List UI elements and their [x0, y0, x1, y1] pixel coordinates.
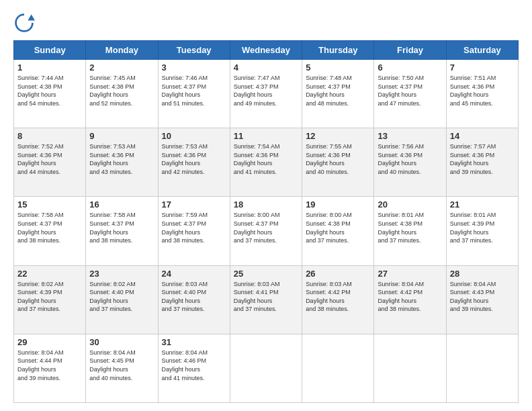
day-number: 28	[450, 269, 515, 279]
day-number: 7	[450, 62, 515, 73]
day-number: 31	[162, 337, 226, 347]
cell-content: Sunrise: 7:58 AMSunset: 4:37 PMDaylight …	[89, 211, 154, 244]
dow-header: Friday	[374, 41, 446, 60]
cell-content: Sunrise: 8:03 AMSunset: 4:41 PMDaylight …	[234, 280, 298, 314]
day-number: 26	[306, 269, 370, 279]
calendar-week-row: 1 Sunrise: 7:44 AMSunset: 4:38 PMDayligh…	[14, 60, 519, 128]
days-of-week-row: SundayMondayTuesdayWednesdayThursdayFrid…	[14, 41, 519, 60]
cell-content: Sunrise: 7:51 AMSunset: 4:36 PMDaylight …	[450, 74, 515, 107]
calendar-cell: 29 Sunrise: 8:04 AMSunset: 4:44 PMDaylig…	[14, 334, 86, 402]
calendar-cell: 17 Sunrise: 7:59 AMSunset: 4:37 PMDaylig…	[158, 197, 230, 265]
calendar-cell: 28 Sunrise: 8:04 AMSunset: 4:43 PMDaylig…	[446, 265, 518, 334]
calendar-cell	[446, 334, 518, 402]
day-number: 3	[162, 62, 226, 73]
calendar-cell: 2 Sunrise: 7:45 AMSunset: 4:38 PMDayligh…	[86, 60, 158, 128]
day-number: 20	[378, 199, 442, 210]
day-number: 21	[450, 199, 515, 210]
calendar-cell: 7 Sunrise: 7:51 AMSunset: 4:36 PMDayligh…	[446, 60, 518, 128]
calendar-cell: 1 Sunrise: 7:44 AMSunset: 4:38 PMDayligh…	[14, 60, 86, 128]
cell-content: Sunrise: 7:48 AMSunset: 4:37 PMDaylight …	[306, 74, 370, 107]
cell-content: Sunrise: 8:04 AMSunset: 4:42 PMDaylight …	[378, 280, 442, 314]
cell-content: Sunrise: 7:58 AMSunset: 4:37 PMDaylight …	[17, 211, 82, 244]
calendar-cell: 19 Sunrise: 8:00 AMSunset: 4:38 PMDaylig…	[302, 197, 374, 265]
dow-header: Monday	[86, 41, 158, 60]
day-number: 14	[450, 131, 515, 141]
cell-content: Sunrise: 8:04 AMSunset: 4:44 PMDaylight …	[17, 349, 82, 382]
day-number: 6	[378, 62, 442, 73]
page: SundayMondayTuesdayWednesdayThursdayFrid…	[0, 0, 532, 411]
cell-content: Sunrise: 7:44 AMSunset: 4:38 PMDaylight …	[17, 74, 82, 107]
day-number: 19	[306, 199, 370, 210]
cell-content: Sunrise: 8:00 AMSunset: 4:38 PMDaylight …	[306, 211, 370, 244]
calendar-week-row: 15 Sunrise: 7:58 AMSunset: 4:37 PMDaylig…	[14, 197, 519, 265]
cell-content: Sunrise: 7:46 AMSunset: 4:37 PMDaylight …	[162, 74, 226, 107]
cell-content: Sunrise: 7:57 AMSunset: 4:36 PMDaylight …	[450, 142, 515, 176]
day-number: 12	[306, 131, 370, 141]
cell-content: Sunrise: 8:01 AMSunset: 4:38 PMDaylight …	[378, 211, 442, 244]
calendar-cell: 9 Sunrise: 7:53 AMSunset: 4:36 PMDayligh…	[86, 128, 158, 197]
day-number: 8	[17, 131, 82, 141]
svg-marker-0	[28, 15, 35, 21]
day-number: 29	[17, 337, 82, 347]
calendar-cell: 6 Sunrise: 7:50 AMSunset: 4:37 PMDayligh…	[374, 60, 446, 128]
day-number: 17	[162, 199, 226, 210]
calendar-cell: 24 Sunrise: 8:03 AMSunset: 4:40 PMDaylig…	[158, 265, 230, 334]
day-number: 9	[89, 131, 154, 141]
calendar-cell	[230, 334, 302, 402]
calendar-cell: 4 Sunrise: 7:47 AMSunset: 4:37 PMDayligh…	[230, 60, 302, 128]
calendar-cell: 27 Sunrise: 8:04 AMSunset: 4:42 PMDaylig…	[374, 265, 446, 334]
calendar-week-row: 22 Sunrise: 8:02 AMSunset: 4:39 PMDaylig…	[14, 265, 519, 334]
dow-header: Sunday	[14, 41, 86, 60]
day-number: 1	[17, 62, 82, 73]
calendar-body: 1 Sunrise: 7:44 AMSunset: 4:38 PMDayligh…	[14, 60, 519, 403]
cell-content: Sunrise: 7:53 AMSunset: 4:36 PMDaylight …	[162, 142, 226, 176]
calendar-cell	[374, 334, 446, 402]
calendar-table: SundayMondayTuesdayWednesdayThursdayFrid…	[13, 40, 519, 403]
dow-header: Saturday	[446, 41, 518, 60]
day-number: 4	[234, 62, 298, 73]
cell-content: Sunrise: 7:47 AMSunset: 4:37 PMDaylight …	[234, 74, 298, 107]
day-number: 5	[306, 62, 370, 73]
calendar-cell	[302, 334, 374, 402]
calendar-cell: 13 Sunrise: 7:56 AMSunset: 4:36 PMDaylig…	[374, 128, 446, 197]
cell-content: Sunrise: 8:02 AMSunset: 4:39 PMDaylight …	[17, 280, 82, 314]
cell-content: Sunrise: 8:04 AMSunset: 4:43 PMDaylight …	[450, 280, 515, 314]
day-number: 2	[89, 62, 154, 73]
day-number: 11	[234, 131, 298, 141]
day-number: 30	[89, 337, 154, 347]
calendar-cell: 12 Sunrise: 7:55 AMSunset: 4:36 PMDaylig…	[302, 128, 374, 197]
day-number: 24	[162, 269, 226, 279]
calendar-week-row: 8 Sunrise: 7:52 AMSunset: 4:36 PMDayligh…	[14, 128, 519, 197]
calendar-week-row: 29 Sunrise: 8:04 AMSunset: 4:44 PMDaylig…	[14, 334, 519, 402]
dow-header: Thursday	[302, 41, 374, 60]
calendar-cell: 31 Sunrise: 8:04 AMSunset: 4:46 PMDaylig…	[158, 334, 230, 402]
cell-content: Sunrise: 7:59 AMSunset: 4:37 PMDaylight …	[162, 211, 226, 244]
calendar-cell: 30 Sunrise: 8:04 AMSunset: 4:45 PMDaylig…	[86, 334, 158, 402]
cell-content: Sunrise: 7:50 AMSunset: 4:37 PMDaylight …	[378, 74, 442, 107]
calendar-cell: 20 Sunrise: 8:01 AMSunset: 4:38 PMDaylig…	[374, 197, 446, 265]
logo	[13, 12, 38, 34]
dow-header: Tuesday	[158, 41, 230, 60]
day-number: 10	[162, 131, 226, 141]
day-number: 13	[378, 131, 442, 141]
calendar-cell: 11 Sunrise: 7:54 AMSunset: 4:36 PMDaylig…	[230, 128, 302, 197]
day-number: 18	[234, 199, 298, 210]
cell-content: Sunrise: 7:53 AMSunset: 4:36 PMDaylight …	[89, 142, 154, 176]
calendar-cell: 18 Sunrise: 8:00 AMSunset: 4:37 PMDaylig…	[230, 197, 302, 265]
cell-content: Sunrise: 7:52 AMSunset: 4:36 PMDaylight …	[17, 142, 82, 176]
cell-content: Sunrise: 8:01 AMSunset: 4:39 PMDaylight …	[450, 211, 515, 244]
calendar-cell: 25 Sunrise: 8:03 AMSunset: 4:41 PMDaylig…	[230, 265, 302, 334]
cell-content: Sunrise: 8:04 AMSunset: 4:46 PMDaylight …	[162, 349, 226, 382]
calendar-cell: 15 Sunrise: 7:58 AMSunset: 4:37 PMDaylig…	[14, 197, 86, 265]
day-number: 23	[89, 269, 154, 279]
calendar-cell: 8 Sunrise: 7:52 AMSunset: 4:36 PMDayligh…	[14, 128, 86, 197]
cell-content: Sunrise: 8:04 AMSunset: 4:45 PMDaylight …	[89, 349, 154, 382]
calendar-cell: 10 Sunrise: 7:53 AMSunset: 4:36 PMDaylig…	[158, 128, 230, 197]
day-number: 16	[89, 199, 154, 210]
logo-icon	[13, 12, 35, 34]
calendar-cell: 21 Sunrise: 8:01 AMSunset: 4:39 PMDaylig…	[446, 197, 518, 265]
calendar-cell: 14 Sunrise: 7:57 AMSunset: 4:36 PMDaylig…	[446, 128, 518, 197]
calendar-cell: 22 Sunrise: 8:02 AMSunset: 4:39 PMDaylig…	[14, 265, 86, 334]
calendar-cell: 16 Sunrise: 7:58 AMSunset: 4:37 PMDaylig…	[86, 197, 158, 265]
calendar-cell: 26 Sunrise: 8:03 AMSunset: 4:42 PMDaylig…	[302, 265, 374, 334]
